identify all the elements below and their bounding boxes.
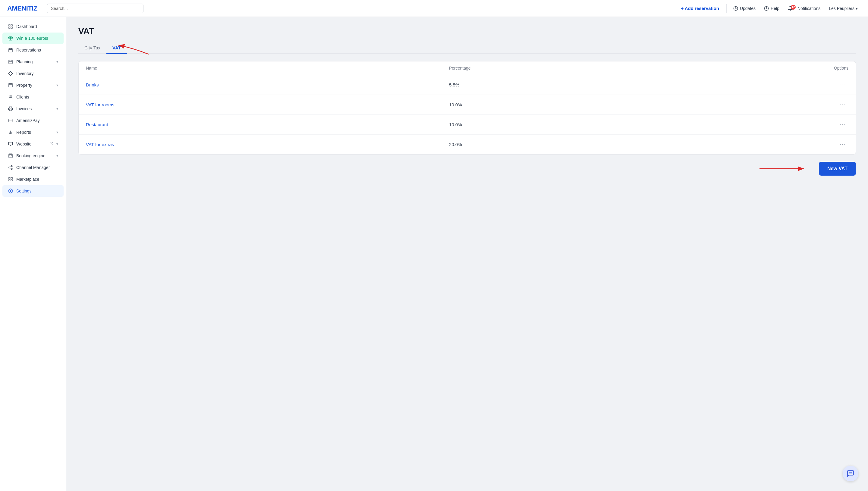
svg-point-32 bbox=[11, 165, 12, 167]
calendar-icon bbox=[8, 47, 13, 53]
notifications-button[interactable]: 12 Notifications bbox=[785, 4, 823, 13]
credit-card-icon bbox=[8, 118, 13, 123]
svg-rect-21 bbox=[9, 109, 12, 111]
sidebar-item-website[interactable]: Website▾ bbox=[2, 138, 64, 150]
tab-city-tax[interactable]: City Tax bbox=[78, 42, 106, 54]
svg-rect-39 bbox=[9, 179, 10, 181]
options-menu-button[interactable]: ··· bbox=[837, 120, 848, 129]
svg-line-36 bbox=[10, 166, 11, 167]
vat-options-cell: ··· bbox=[812, 80, 848, 89]
vat-percentage-cell: 20.0% bbox=[449, 142, 812, 147]
sidebar-item-label-dashboard: Dashboard bbox=[16, 24, 58, 29]
user-circle-icon bbox=[8, 94, 13, 100]
sidebar-item-label-settings: Settings bbox=[16, 189, 58, 193]
tab-vat[interactable]: VAT bbox=[106, 42, 127, 54]
options-menu-button[interactable]: ··· bbox=[837, 80, 848, 89]
sidebar-item-invoices[interactable]: Invoices▾ bbox=[2, 103, 64, 114]
sidebar-item-label-inventory: Inventory bbox=[16, 71, 58, 76]
gift-icon bbox=[8, 35, 13, 41]
sidebar-item-settings[interactable]: Settings bbox=[2, 185, 64, 197]
sidebar-item-label-amenitizpay: AmenitizPay bbox=[16, 118, 58, 123]
svg-marker-18 bbox=[8, 71, 12, 75]
chat-fab-button[interactable] bbox=[843, 466, 858, 481]
vat-percentage-cell: 10.0% bbox=[449, 122, 812, 127]
sidebar-item-booking-engine[interactable]: Booking engine▾ bbox=[2, 150, 64, 162]
svg-rect-37 bbox=[9, 177, 10, 179]
grid-2-icon bbox=[8, 176, 13, 182]
sidebar-item-channel-manager[interactable]: Channel Manager bbox=[2, 162, 64, 173]
main-content: VAT City Tax VAT Name bbox=[66, 17, 868, 491]
sidebar-item-inventory[interactable]: Inventory bbox=[2, 68, 64, 79]
sidebar-item-label-reservations: Reservations bbox=[16, 48, 58, 52]
arrow-annotation-vat bbox=[115, 39, 151, 57]
new-vat-button[interactable]: New VAT bbox=[819, 162, 856, 176]
table-row: VAT for rooms10.0%··· bbox=[79, 95, 856, 115]
layout: DashboardWin a 100 euros!ReservationsPla… bbox=[0, 17, 868, 491]
sidebar: DashboardWin a 100 euros!ReservationsPla… bbox=[0, 17, 66, 491]
help-button[interactable]: Help bbox=[761, 4, 782, 13]
sidebar-item-label-booking-engine: Booking engine bbox=[16, 153, 53, 158]
sidebar-item-amenitizpay[interactable]: AmenitizPay bbox=[2, 115, 64, 126]
help-label: Help bbox=[771, 6, 779, 11]
options-menu-button[interactable]: ··· bbox=[837, 100, 848, 109]
user-menu-button[interactable]: Les Peupliers ▾ bbox=[826, 4, 861, 13]
sidebar-item-property[interactable]: Property▾ bbox=[2, 80, 64, 91]
table-row: Restaurant10.0%··· bbox=[79, 115, 856, 135]
topnav: AMENITIZ + Add reservation Updates Help … bbox=[0, 0, 868, 17]
vat-name-cell[interactable]: VAT for rooms bbox=[86, 102, 449, 107]
logo: AMENITIZ bbox=[7, 4, 37, 12]
sidebar-item-label-invoices: Invoices bbox=[16, 106, 53, 111]
table-row: Drinks5.5%··· bbox=[79, 75, 856, 95]
col-percentage: Percentage bbox=[449, 66, 812, 70]
options-menu-button[interactable]: ··· bbox=[837, 140, 848, 149]
chevron-down-icon: ▾ bbox=[56, 154, 58, 158]
notifications-wrapper: 12 bbox=[788, 6, 796, 11]
sidebar-item-label-win: Win a 100 euros! bbox=[16, 36, 58, 41]
sidebar-item-planning[interactable]: Planning▾ bbox=[2, 56, 64, 67]
svg-rect-19 bbox=[9, 83, 12, 87]
updates-button[interactable]: Updates bbox=[730, 4, 759, 13]
svg-line-35 bbox=[10, 168, 11, 169]
grid-icon bbox=[8, 24, 13, 29]
add-reservation-button[interactable]: + Add reservation bbox=[677, 3, 723, 13]
svg-rect-22 bbox=[8, 119, 13, 122]
sidebar-item-label-reports: Reports bbox=[16, 130, 53, 135]
chevron-down-icon: ▾ bbox=[56, 142, 58, 146]
share-icon bbox=[8, 165, 13, 170]
col-options: Options bbox=[812, 66, 848, 70]
external-link-icon bbox=[50, 142, 53, 146]
sidebar-item-clients[interactable]: Clients bbox=[2, 91, 64, 103]
svg-rect-3 bbox=[9, 25, 10, 26]
user-name: Les Peupliers bbox=[829, 6, 855, 11]
sidebar-item-reports[interactable]: Reports▾ bbox=[2, 126, 64, 138]
vat-name-cell[interactable]: Drinks bbox=[86, 82, 449, 87]
vat-options-cell: ··· bbox=[812, 100, 848, 109]
vat-options-cell: ··· bbox=[812, 120, 848, 129]
vat-name-cell[interactable]: Restaurant bbox=[86, 122, 449, 127]
sidebar-item-label-website: Website bbox=[16, 142, 47, 146]
vat-options-cell: ··· bbox=[812, 140, 848, 149]
sidebar-item-dashboard[interactable]: Dashboard bbox=[2, 21, 64, 32]
sidebar-item-label-marketplace: Marketplace bbox=[16, 177, 58, 182]
svg-point-41 bbox=[10, 191, 11, 192]
help-icon bbox=[764, 6, 769, 11]
gear-icon bbox=[8, 188, 13, 194]
vat-name-cell[interactable]: VAT for extras bbox=[86, 142, 449, 147]
vat-percentage-cell: 5.5% bbox=[449, 82, 812, 87]
table-body: Drinks5.5%···VAT for rooms10.0%···Restau… bbox=[79, 75, 856, 154]
receipt-icon bbox=[8, 106, 13, 112]
updates-label: Updates bbox=[740, 6, 756, 11]
vat-percentage-cell: 10.0% bbox=[449, 102, 812, 107]
arrow-annotation-newvat bbox=[759, 163, 808, 175]
sidebar-item-label-planning: Planning bbox=[16, 59, 53, 64]
svg-rect-38 bbox=[11, 177, 12, 179]
search-input[interactable] bbox=[47, 4, 143, 13]
sidebar-item-marketplace[interactable]: Marketplace bbox=[2, 174, 64, 185]
building-icon bbox=[8, 83, 13, 88]
shopping-bag-icon bbox=[8, 153, 13, 158]
page-title: VAT bbox=[78, 27, 856, 36]
notifications-label: Notifications bbox=[797, 6, 820, 11]
sidebar-item-win[interactable]: Win a 100 euros! bbox=[2, 32, 64, 44]
sidebar-item-reservations[interactable]: Reservations bbox=[2, 44, 64, 56]
table-header: Name Percentage Options bbox=[79, 61, 856, 75]
